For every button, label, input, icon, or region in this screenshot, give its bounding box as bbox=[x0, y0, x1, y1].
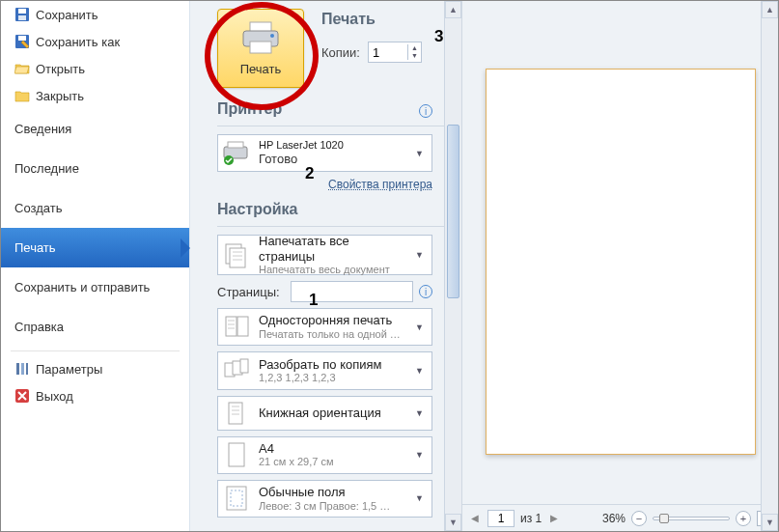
paper-title: A4 bbox=[259, 441, 403, 457]
sidebar-recent[interactable]: Последние bbox=[1, 149, 189, 188]
copies-down[interactable]: ▼ bbox=[408, 52, 421, 60]
next-page-button[interactable]: ▶ bbox=[547, 512, 561, 525]
pages-stack-icon bbox=[222, 240, 251, 269]
prev-page-button[interactable]: ◀ bbox=[468, 512, 482, 525]
sidebar-save-send[interactable]: Сохранить и отправить bbox=[1, 267, 189, 307]
chevron-down-icon: ▼ bbox=[411, 408, 428, 418]
sidebar-label: Сохранить как bbox=[36, 35, 120, 49]
sidebar-label: Сохранить bbox=[36, 8, 98, 22]
pages-info-icon[interactable]: i bbox=[419, 285, 432, 298]
print-range-select[interactable]: Напечатать все страницы Напечатать весь … bbox=[217, 235, 432, 275]
zoom-in-button[interactable]: + bbox=[736, 511, 751, 526]
svg-point-12 bbox=[270, 34, 274, 38]
print-button[interactable]: Печать bbox=[217, 9, 304, 88]
one-side-icon bbox=[222, 313, 251, 342]
svg-rect-29 bbox=[229, 403, 242, 424]
sidebar-exit[interactable]: Выход bbox=[1, 382, 189, 409]
sides-title: Односторонняя печать bbox=[259, 313, 403, 328]
margins-title: Обычные поля bbox=[259, 485, 403, 500]
print-settings-panel: Печать Печать Копии: ▲ ▼ Принте bbox=[190, 1, 461, 531]
sidebar-options[interactable]: Параметры bbox=[1, 355, 189, 382]
chevron-down-icon: ▼ bbox=[411, 149, 428, 158]
sides-select[interactable]: Односторонняя печать Печатать только на … bbox=[217, 308, 432, 346]
sidebar-close[interactable]: Закрыть bbox=[1, 82, 189, 109]
svg-rect-5 bbox=[16, 363, 19, 375]
sidebar-label: Параметры bbox=[36, 362, 102, 377]
sidebar-label: Печать bbox=[14, 240, 56, 255]
printer-info-icon[interactable]: i bbox=[419, 104, 432, 118]
page-number-input[interactable] bbox=[487, 510, 515, 527]
orientation-title: Книжная ориентация bbox=[259, 406, 403, 421]
sidebar-open[interactable]: Открыть bbox=[1, 55, 189, 82]
save-as-icon bbox=[14, 34, 30, 49]
print-range-sub: Напечатать весь документ bbox=[259, 264, 403, 276]
sidebar-save-as[interactable]: Сохранить как bbox=[1, 28, 189, 55]
sidebar-label: Последние bbox=[14, 161, 79, 176]
svg-rect-21 bbox=[226, 317, 236, 336]
collate-select[interactable]: Разобрать по копиям 1,2,3 1,2,3 1,2,3 ▼ bbox=[217, 351, 432, 389]
chevron-down-icon: ▼ bbox=[411, 366, 428, 376]
print-preview-panel: ▲ ▼ ◀ из 1 ▶ 36% − + ⛶ bbox=[461, 1, 778, 531]
backstage-sidebar: Сохранить Сохранить как Открыть Закрыть … bbox=[1, 1, 190, 531]
svg-rect-14 bbox=[228, 142, 243, 148]
sidebar-label: Сведения bbox=[14, 122, 71, 136]
chevron-down-icon: ▼ bbox=[411, 493, 428, 503]
printer-properties-link[interactable]: Свойства принтера bbox=[328, 178, 432, 191]
sidebar-info[interactable]: Сведения bbox=[1, 109, 189, 149]
preview-scrollbar[interactable]: ▲ ▼ bbox=[761, 1, 778, 531]
printer-icon bbox=[240, 21, 281, 56]
svg-rect-33 bbox=[229, 443, 244, 466]
sidebar-label: Сохранить и отправить bbox=[14, 280, 150, 294]
preview-scroll-up[interactable]: ▲ bbox=[762, 1, 778, 18]
portrait-icon bbox=[222, 399, 251, 428]
copies-spinner[interactable]: ▲ ▼ bbox=[368, 42, 422, 63]
printer-select[interactable]: HP LaserJet 1020 Готово ▼ bbox=[217, 134, 432, 172]
chevron-down-icon: ▼ bbox=[411, 322, 428, 332]
annotation-1: 1 bbox=[309, 291, 318, 310]
sidebar-new[interactable]: Создать bbox=[1, 188, 189, 228]
preview-scroll-down[interactable]: ▼ bbox=[762, 514, 778, 531]
margins-select[interactable]: Обычные поля Левое: 3 см Правое: 1,5 … ▼ bbox=[217, 480, 432, 518]
sidebar-label: Открыть bbox=[36, 62, 85, 76]
copies-up[interactable]: ▲ bbox=[408, 44, 421, 52]
preview-page bbox=[486, 69, 756, 455]
print-button-label: Печать bbox=[240, 62, 282, 76]
sidebar-help[interactable]: Справка bbox=[1, 307, 189, 347]
svg-rect-2 bbox=[18, 15, 26, 20]
sidebar-label: Закрыть bbox=[36, 89, 84, 103]
options-icon bbox=[14, 361, 30, 377]
printer-status: Готово bbox=[259, 152, 403, 167]
save-icon bbox=[14, 7, 30, 22]
sidebar-label: Справка bbox=[14, 320, 64, 334]
printer-header: Принтер bbox=[217, 100, 419, 118]
preview-statusbar: ◀ из 1 ▶ 36% − + ⛶ bbox=[462, 504, 778, 531]
settings-scrollbar[interactable]: ▲ ▼ bbox=[444, 1, 461, 531]
svg-rect-6 bbox=[21, 363, 24, 375]
sidebar-divider bbox=[11, 350, 180, 351]
copies-input[interactable] bbox=[369, 43, 407, 62]
collate-icon bbox=[222, 356, 251, 385]
zoom-slider[interactable] bbox=[653, 517, 730, 520]
svg-rect-4 bbox=[18, 36, 26, 41]
scroll-thumb[interactable] bbox=[447, 125, 459, 298]
svg-rect-1 bbox=[18, 9, 26, 14]
zoom-out-button[interactable]: − bbox=[631, 511, 647, 526]
sidebar-label: Создать bbox=[14, 201, 62, 215]
scroll-down[interactable]: ▼ bbox=[445, 514, 461, 531]
sidebar-print[interactable]: Печать bbox=[1, 228, 189, 267]
printer-name: HP LaserJet 1020 bbox=[259, 139, 403, 152]
annotation-3: 3 bbox=[434, 27, 443, 46]
paper-select[interactable]: A4 21 см x 29,7 см ▼ bbox=[217, 436, 432, 474]
printer-status-icon bbox=[222, 139, 251, 168]
sidebar-label: Выход bbox=[36, 389, 73, 404]
zoom-slider-thumb[interactable] bbox=[659, 514, 669, 523]
sides-sub: Печатать только на одной … bbox=[259, 328, 403, 341]
sidebar-save[interactable]: Сохранить bbox=[1, 1, 189, 28]
annotation-2: 2 bbox=[305, 164, 314, 183]
orientation-select[interactable]: Книжная ориентация ▼ bbox=[217, 396, 432, 431]
paper-icon bbox=[222, 440, 251, 469]
svg-rect-17 bbox=[230, 248, 245, 267]
chevron-down-icon: ▼ bbox=[411, 450, 428, 460]
scroll-up[interactable]: ▲ bbox=[445, 1, 461, 18]
chevron-down-icon: ▼ bbox=[411, 250, 428, 260]
